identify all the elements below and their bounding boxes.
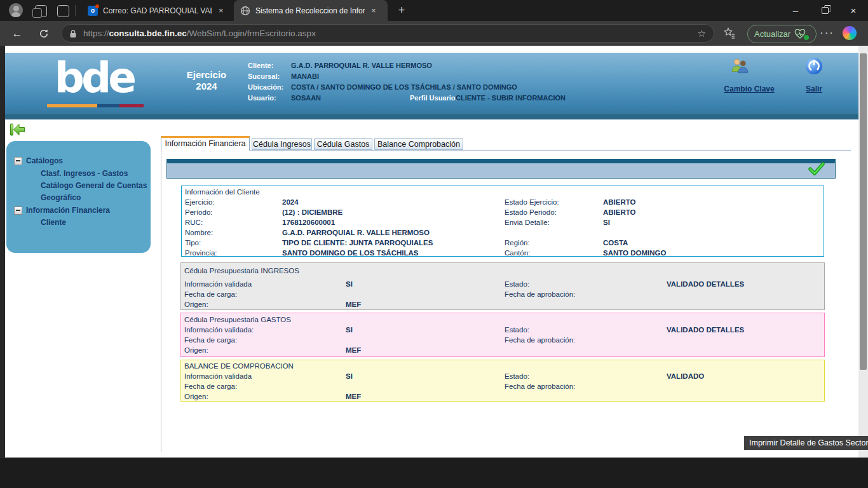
estado-label: Estado: xyxy=(505,372,529,380)
panel-cedula-gastos: Cédula Presupuestaria GASTOS Información… xyxy=(180,313,825,357)
favorites-hub-icon[interactable] xyxy=(723,27,736,39)
address-bar[interactable]: https://consulta.bde.fin.ec/WebSim/Login… xyxy=(61,24,714,43)
ejercicio-block: Ejercicio 2024 xyxy=(165,69,248,92)
tab-balance-comprobacion[interactable]: Balance Comprobación xyxy=(374,138,463,150)
back-button[interactable]: ← xyxy=(9,25,25,42)
app-header: bde Ejercicio 2024 Cliente: G.A.D. PARRO… xyxy=(5,53,859,114)
panel-title: Cédula Presupuestaria INGRESOS xyxy=(184,267,299,274)
browser-menu-button[interactable]: ··· xyxy=(820,24,834,42)
favorite-star-icon[interactable]: ☆ xyxy=(698,28,706,39)
estado-label: Estado: xyxy=(505,326,529,334)
content-frame-border xyxy=(161,150,161,452)
perfil-value: CLIENTE - SUBIR INFORMACION xyxy=(456,94,566,102)
validada-label: Información validada: xyxy=(184,326,254,334)
browser-tab-title: Sistema de Recoleccion de Inform xyxy=(255,6,365,15)
canton-label: Cantón: xyxy=(505,249,530,257)
nombre-label: Nombre: xyxy=(185,229,213,236)
tab-cedula-gastos[interactable]: Cédula Gastos xyxy=(314,138,372,150)
estado-value: VALIDADO DETALLES xyxy=(667,280,744,288)
ruc-label: RUC: xyxy=(185,219,203,226)
essentials-badge xyxy=(803,34,810,41)
url-scheme: https:// xyxy=(83,29,109,38)
url-text: https://consulta.bde.fin.ec/WebSim/Login… xyxy=(83,29,316,38)
panel-balance-comprobacion: BALANCE DE COMPROBACION Información vali… xyxy=(180,360,825,402)
ejercicio-value: 2024 xyxy=(282,198,299,206)
origen-label: Origen: xyxy=(184,346,208,354)
envia-detalle-label: Envia Detalle: xyxy=(505,219,550,226)
scrollbar-thumb[interactable] xyxy=(860,53,867,370)
refresh-button[interactable] xyxy=(36,25,52,42)
bde-logo-underline xyxy=(47,104,144,107)
browser-tab-title: Correo: GAD PARROQUIAL VALLE xyxy=(103,6,212,15)
tab-cedula-ingresos[interactable]: Cédula Ingresos xyxy=(252,138,312,150)
ruc-value: 1768120600001 xyxy=(282,219,335,226)
browser-tab-strip: o Correo: GAD PARROQUIAL VALLE × Sistema… xyxy=(0,0,868,21)
origen-label: Origen: xyxy=(184,393,208,400)
ubicacion-label: Ubicación: xyxy=(248,83,283,91)
copilot-icon[interactable] xyxy=(843,26,857,40)
sidebar-item-label: Clasf. Ingresos - Gastos xyxy=(41,169,128,178)
browser-tab-sistema[interactable]: Sistema de Recoleccion de Inform × xyxy=(234,0,388,21)
region-label: Región: xyxy=(505,239,530,247)
browser-tab-correo[interactable]: o Correo: GAD PARROQUIAL VALLE × xyxy=(81,0,233,21)
ejercicio-year: 2024 xyxy=(165,81,248,92)
tipo-value: TIPO DE CLIENTE: JUNTA PARROQUIALES xyxy=(282,239,433,247)
page-left-edge xyxy=(0,46,5,458)
estado-ejercicio-label: Estado Ejercicio: xyxy=(505,198,559,206)
sucursal-value: MANABI xyxy=(291,72,319,80)
tab-close-icon[interactable]: × xyxy=(371,6,376,15)
taskbar: 2 14°C Mayorm. nublado Búsqueda xyxy=(0,458,868,488)
sidebar-item-catalogo-general-cuentas[interactable]: Catálogo General de Cuentas xyxy=(41,181,147,190)
estado-value: VALIDADO xyxy=(667,372,704,380)
cambio-clave-link[interactable]: Cambio Clave xyxy=(708,85,790,93)
browser-toolbar: ← https://consulta.bde.fin.ec/WebSim/Log… xyxy=(0,21,868,46)
tree-collapse-icon[interactable] xyxy=(14,157,22,165)
sidebar-item-catalogos[interactable]: Catálogos xyxy=(14,156,63,165)
client-panel-title: Información del Cliente xyxy=(185,188,260,196)
validada-label: Información validada xyxy=(184,280,252,288)
origen-value: MEF xyxy=(346,346,361,354)
screen: o Correo: GAD PARROQUIAL VALLE × Sistema… xyxy=(0,0,868,488)
new-tab-button[interactable]: + xyxy=(394,3,409,18)
sidebar-item-geografico[interactable]: Geográfico xyxy=(41,193,81,202)
validada-label: Información validada xyxy=(184,372,252,380)
url-domain: consulta.bde.fin.ec xyxy=(109,29,187,38)
divider xyxy=(75,5,76,16)
sucursal-label: Sucursal: xyxy=(248,72,280,80)
panel-informacion-cliente: Información del Cliente Ejercicio: 2024 … xyxy=(181,186,824,257)
periodo-value: (12) : DICIEMBRE xyxy=(282,208,342,216)
ubicacion-value: COSTA / SANTO DOMINGO DE LOS TSÁCHILAS /… xyxy=(291,83,517,91)
cambio-clave-icon[interactable] xyxy=(729,58,750,74)
tab-close-icon[interactable]: × xyxy=(219,6,224,15)
region-value: COSTA xyxy=(603,239,628,247)
validada-value: SI xyxy=(346,372,353,380)
success-check-icon xyxy=(808,162,825,176)
page-scrollbar[interactable] xyxy=(858,46,868,458)
status-bar xyxy=(166,159,836,179)
workspaces-icon[interactable] xyxy=(35,5,47,17)
usuario-value: SOSAAN xyxy=(291,94,321,102)
tooltip: Imprimir Detalle de Gastos Sector xyxy=(744,436,868,450)
globe-favicon xyxy=(240,6,250,16)
sidebar-item-cliente[interactable]: Cliente xyxy=(41,218,66,227)
window-restore-button[interactable] xyxy=(810,0,839,21)
tab-actions-icon[interactable] xyxy=(57,5,69,17)
collapse-sidebar-icon[interactable] xyxy=(9,122,26,137)
salir-icon[interactable] xyxy=(804,57,824,76)
actualizar-label: Actualizar xyxy=(754,29,790,39)
salir-link[interactable]: Salir xyxy=(795,85,833,93)
tab-baseline xyxy=(161,150,851,151)
actualizar-button[interactable]: Actualizar xyxy=(747,25,817,43)
sidebar-item-clasf-ingresos-gastos[interactable]: Clasf. Ingresos - Gastos xyxy=(41,169,128,178)
window-close-button[interactable]: × xyxy=(839,0,868,21)
window-minimize-button[interactable]: – xyxy=(781,0,810,21)
panel-cedula-ingresos: Cédula Presupuestaria INGRESOS Informaci… xyxy=(180,262,825,310)
lock-icon xyxy=(69,29,77,38)
tree-collapse-icon[interactable] xyxy=(14,207,22,215)
browser-profile-avatar[interactable] xyxy=(9,3,23,17)
ejercicio-label: Ejercicio xyxy=(165,69,248,81)
nombre-value: G.A.D. PARROQUIAL R. VALLE HERMOSO xyxy=(282,229,430,236)
panel-title: Cédula Presupuestaria GASTOS xyxy=(184,316,291,323)
tab-informacion-financiera[interactable]: Información Financiera xyxy=(161,136,250,151)
sidebar-item-informacion-financiera[interactable]: Información Financiera xyxy=(14,206,110,215)
